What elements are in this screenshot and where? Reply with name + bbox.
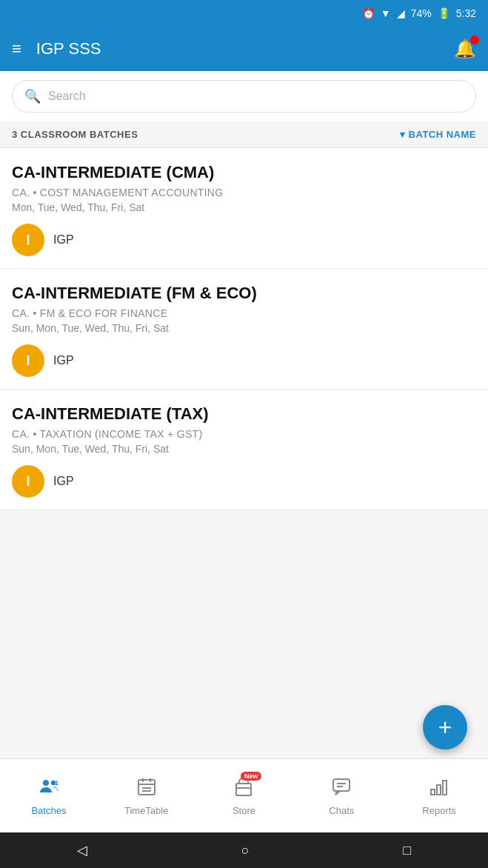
status-bar: ⏰ ▼ ◢ 74% 🔋 5:32 <box>0 0 488 27</box>
batch-card[interactable]: CA-INTERMEDIATE (TAX) CA. • TAXATION (IN… <box>0 390 488 510</box>
sort-button[interactable]: ▾ BATCH NAME <box>400 129 476 140</box>
reports-icon <box>429 776 449 802</box>
store-label: Store <box>233 805 255 816</box>
plus-icon: + <box>438 714 452 741</box>
search-box[interactable]: 🔍 Search <box>12 80 476 113</box>
nav-item-timetable[interactable]: TimeTable <box>98 770 195 822</box>
store-icon: New <box>233 776 254 802</box>
app-title: IGP SSS <box>36 39 439 59</box>
add-batch-fab[interactable]: + <box>423 705 467 750</box>
batches-label: Batches <box>31 805 66 816</box>
batch-title: CA-INTERMEDIATE (FM & ECO) <box>12 284 476 303</box>
wifi-icon: ▼ <box>381 7 391 19</box>
time-display: 5:32 <box>456 7 476 19</box>
recents-button[interactable]: □ <box>403 843 411 858</box>
notifications-button[interactable]: 🔔 <box>454 39 476 59</box>
search-icon: 🔍 <box>24 88 41 104</box>
svg-rect-16 <box>443 781 447 795</box>
bottom-navigation: 1 Batches TimeTable New Sto <box>0 758 488 832</box>
alarm-icon: ⏰ <box>362 7 375 19</box>
batch-count-label: 3 CLASSROOM BATCHES <box>12 129 138 140</box>
batch-title: CA-INTERMEDIATE (TAX) <box>12 404 476 424</box>
svg-rect-9 <box>236 784 251 795</box>
nav-item-reports[interactable]: Reports <box>390 770 488 822</box>
batch-days: Sun, Mon, Tue, Wed, Thu, Fri, Sat <box>12 322 476 334</box>
chats-label: Chats <box>329 805 354 816</box>
batch-instructor: I IGP <box>12 224 476 256</box>
batch-instructor: I IGP <box>12 344 476 377</box>
batch-days: Sun, Mon, Tue, Wed, Thu, Fri, Sat <box>12 443 476 455</box>
battery-icon: 🔋 <box>438 7 450 19</box>
svg-rect-11 <box>333 779 350 791</box>
svg-text:1: 1 <box>55 779 59 787</box>
batches-icon: 1 <box>39 776 59 802</box>
sort-label: BATCH NAME <box>409 129 476 140</box>
chats-icon <box>331 776 352 802</box>
instructor-avatar: I <box>12 344 44 377</box>
instructor-avatar: I <box>12 224 44 256</box>
timetable-icon <box>136 776 157 802</box>
batch-subtitle: CA. • FM & ECO FOR FINANCE <box>12 307 476 319</box>
app-bar: ≡ IGP SSS 🔔 <box>0 27 488 71</box>
batch-instructor: I IGP <box>12 465 476 498</box>
instructor-name: IGP <box>53 475 74 488</box>
instructor-name: IGP <box>53 354 74 367</box>
reports-label: Reports <box>422 805 456 816</box>
search-placeholder: Search <box>48 90 86 103</box>
batch-subtitle: CA. • TAXATION (INCOME TAX + GST) <box>12 428 476 440</box>
back-button[interactable]: ◁ <box>77 842 87 858</box>
batch-list: CA-INTERMEDIATE (CMA) CA. • COST MANAGEM… <box>0 148 488 510</box>
svg-rect-15 <box>437 785 441 795</box>
batch-days: Mon, Tue, Wed, Thu, Fri, Sat <box>12 201 476 213</box>
home-button[interactable]: ○ <box>241 843 250 858</box>
search-container: 🔍 Search <box>0 71 488 121</box>
signal-icon: ◢ <box>397 7 405 19</box>
instructor-name: IGP <box>53 233 74 247</box>
nav-item-store[interactable]: New Store <box>195 770 293 822</box>
svg-point-0 <box>43 780 49 786</box>
system-nav-bar: ◁ ○ □ <box>0 832 488 868</box>
timetable-label: TimeTable <box>124 805 168 816</box>
sort-icon: ▾ <box>400 129 406 140</box>
battery-text: 74% <box>411 7 432 19</box>
filter-bar: 3 CLASSROOM BATCHES ▾ BATCH NAME <box>0 121 488 148</box>
nav-item-batches[interactable]: 1 Batches <box>0 770 98 822</box>
instructor-avatar: I <box>12 465 44 498</box>
batch-card[interactable]: CA-INTERMEDIATE (FM & ECO) CA. • FM & EC… <box>0 269 488 390</box>
svg-rect-14 <box>431 789 435 795</box>
notification-badge <box>470 36 479 44</box>
batch-subtitle: CA. • COST MANAGEMENT ACCOUNTING <box>12 187 476 198</box>
batch-title: CA-INTERMEDIATE (CMA) <box>12 163 476 182</box>
nav-item-chats[interactable]: Chats <box>293 770 390 822</box>
batch-card[interactable]: CA-INTERMEDIATE (CMA) CA. • COST MANAGEM… <box>0 148 488 269</box>
store-new-badge: New <box>241 772 262 781</box>
menu-button[interactable]: ≡ <box>12 39 21 59</box>
